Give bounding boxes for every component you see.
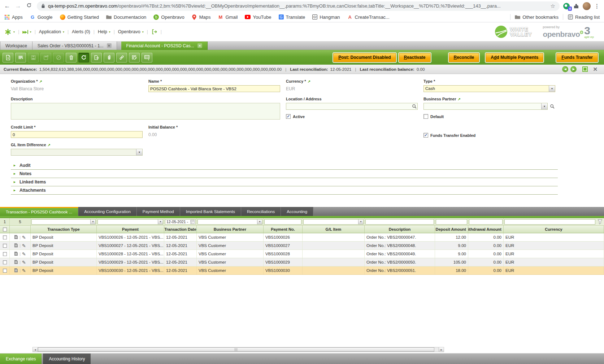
note-icon[interactable]	[14, 260, 18, 265]
chevron-down-icon[interactable]: ▾	[549, 86, 555, 92]
tab-accounting[interactable]: Accounting	[281, 207, 313, 216]
edit-pencil-icon[interactable]: ✎	[22, 243, 26, 248]
reactivate-button[interactable]: Reactivate	[399, 53, 431, 62]
table-row[interactable]: |✎ BP Deposit VBS1000028 - 12-05-2021 - …	[0, 250, 604, 258]
url-bar[interactable]: qa-temp-pos2.rm.openbravo.com/openbravo/…	[37, 1, 560, 11]
menu-user-openbravo[interactable]: Openbravo ▾	[118, 29, 144, 34]
section-notes[interactable]: ► Notes	[11, 170, 558, 178]
browser-menu-kebab-icon[interactable]: ⋮	[594, 3, 600, 9]
column-currency[interactable]: Currency	[504, 226, 604, 233]
column-withdrawal-amount[interactable]: Withdrawal Amount	[468, 226, 504, 233]
delete-button[interactable]	[66, 53, 77, 62]
chat-extension-icon[interactable]: 4	[563, 3, 570, 9]
bookmark-youtube[interactable]: YouTube	[245, 14, 271, 20]
logout-button[interactable]	[151, 29, 157, 35]
save-button[interactable]	[28, 53, 39, 62]
link-arrow-icon[interactable]: ↗	[457, 97, 460, 101]
column-description[interactable]: Description	[365, 226, 435, 233]
chevron-down-icon[interactable]: ▾	[90, 220, 95, 224]
filter-withdrawal-amount[interactable]	[469, 219, 503, 225]
menu-alerts[interactable]: Alerts (0)	[72, 29, 90, 34]
filter-payment-no[interactable]	[264, 219, 301, 225]
filter-currency[interactable]	[504, 219, 595, 225]
menu-help[interactable]: Help ▾	[98, 29, 110, 34]
bookmark-hangman[interactable]: G!Hangman	[312, 14, 340, 20]
tab-reconciliations[interactable]: Reconciliations	[241, 207, 281, 216]
add-multiple-payments-button[interactable]: Add Multiple Payments	[486, 53, 543, 62]
bookmark-openbravo[interactable]: bOpenbravo	[153, 14, 184, 20]
select-all-checkbox[interactable]	[3, 228, 7, 231]
forward-icon[interactable]: →	[14, 3, 22, 10]
tab-financial-account[interactable]: Financial Account - POS2SD Cas... ✕	[121, 42, 208, 50]
tab-exchange-rates[interactable]: Exchange rates	[0, 354, 42, 364]
chevron-down-icon[interactable]: ▾	[541, 103, 547, 109]
chevron-down-icon[interactable]: ▾	[158, 220, 163, 224]
tab-workspace[interactable]: Workspace	[0, 42, 32, 50]
note-icon[interactable]	[14, 243, 18, 248]
active-checkbox[interactable]: ✓	[286, 114, 291, 119]
tree-utilities-button[interactable]	[129, 53, 140, 62]
search-icon[interactable]	[549, 104, 555, 109]
bookmark-star-icon[interactable]: ☆	[551, 3, 555, 9]
refresh-button[interactable]	[78, 53, 89, 62]
bookmark-createtransac[interactable]: ACreateTransac...	[347, 14, 390, 20]
bookmark-google[interactable]: GGoogle	[30, 14, 53, 20]
view-toggle-button[interactable]	[142, 53, 152, 62]
tab-accounting-history[interactable]: Accounting History	[43, 354, 91, 364]
table-row[interactable]: |✎ BP Deposit VBS1000027 - 12-05-2021 - …	[0, 242, 604, 250]
recent-views-menu[interactable]: ▶▶ ▾	[22, 30, 31, 34]
back-icon[interactable]: ←	[3, 3, 12, 10]
extensions-puzzle-icon[interactable]	[573, 3, 579, 9]
section-attachments[interactable]: ► Attachments	[11, 186, 558, 195]
tab-transaction[interactable]: Transaction - POS2SD Cashbook ...	[0, 207, 78, 216]
filter-business-partner[interactable]: ▾	[197, 219, 262, 225]
scroll-right-icon[interactable]: ▸	[439, 347, 444, 352]
tab-sales-order[interactable]: Sales Order - VBS2/0000051 - 1... ✕	[32, 42, 117, 50]
table-row-selected[interactable]: |✎ BP Deposit VBS1000030 - 12-05-2021 - …	[0, 266, 604, 275]
filter-deposit-amount[interactable]	[436, 219, 467, 225]
description-textarea[interactable]	[11, 103, 280, 120]
row-checkbox[interactable]	[3, 244, 7, 248]
other-bookmarks[interactable]: Other bookmarks	[515, 14, 559, 20]
horizontal-scrollbar[interactable]: ◂ ▸	[32, 347, 444, 352]
filter-transaction-type[interactable]: ▾	[31, 219, 96, 225]
link-arrow-icon[interactable]: ↗	[48, 143, 51, 147]
row-checkbox[interactable]	[3, 235, 7, 239]
row-checkbox[interactable]	[3, 260, 7, 264]
chevron-down-icon[interactable]: ▾	[257, 220, 262, 224]
export-button[interactable]	[91, 53, 102, 62]
type-select[interactable]: Cash ▾	[423, 85, 555, 92]
search-icon[interactable]	[411, 104, 417, 109]
bookmark-gmail[interactable]: MGmail	[218, 14, 238, 20]
default-checkbox[interactable]	[423, 114, 428, 119]
funnel-filter-icon[interactable]	[596, 219, 604, 224]
row-checkbox[interactable]	[3, 252, 7, 256]
column-deposit-amount[interactable]: Deposit Amount	[435, 226, 468, 233]
edit-pencil-icon[interactable]: ✎	[22, 260, 26, 265]
note-icon[interactable]	[14, 251, 18, 257]
edit-pencil-icon[interactable]: ✎	[22, 268, 26, 273]
undo-save-button[interactable]	[40, 53, 51, 62]
new-record-button[interactable]	[3, 53, 13, 62]
table-row[interactable]: |✎ BP Deposit VBS1000026 - 12-05-2021 - …	[0, 233, 604, 242]
tab-payment-method[interactable]: Payment Method	[137, 207, 180, 216]
chevron-down-icon[interactable]: ▾	[136, 149, 142, 155]
column-payment-no[interactable]: Payment No.	[264, 226, 303, 233]
menu-application[interactable]: Application ▾	[39, 29, 64, 34]
filter-gl-item[interactable]: ▾	[303, 219, 364, 225]
reconcile-button[interactable]: Reconcile	[449, 53, 479, 62]
bookmark-apps[interactable]: Apps	[4, 14, 23, 20]
post-document-button[interactable]: Post: Document Disabled	[333, 53, 396, 62]
edit-pencil-icon[interactable]: ✎	[22, 251, 26, 257]
credit-limit-input[interactable]	[11, 131, 143, 138]
attachment-button[interactable]	[104, 53, 114, 62]
tab-imported-bank-statements[interactable]: Imported Bank Statements	[180, 207, 241, 216]
funds-transfer-button[interactable]: Funds Transfer	[556, 53, 598, 62]
next-record-icon[interactable]: ▶	[570, 66, 577, 72]
name-input[interactable]	[148, 85, 280, 92]
bookmark-documentacion[interactable]: Documentacion	[106, 14, 146, 20]
column-gl-item[interactable]: G/L Item	[303, 226, 365, 233]
column-transaction-date[interactable]: Transaction Date	[164, 226, 197, 233]
funds-transfer-checkbox[interactable]: ✓	[423, 133, 428, 138]
reading-list[interactable]: Reading list	[568, 14, 600, 20]
